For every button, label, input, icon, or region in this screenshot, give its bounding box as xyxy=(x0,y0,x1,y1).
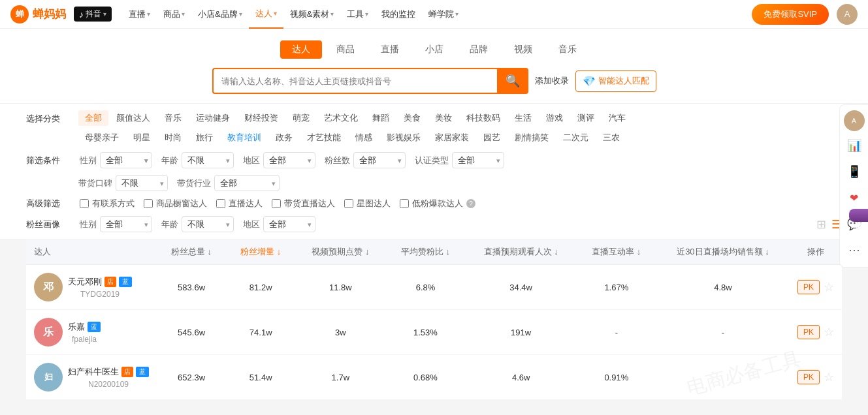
col-live-viewers[interactable]: 直播预期观看人次 ↓ xyxy=(466,239,577,265)
help-icon[interactable]: ? xyxy=(466,199,475,208)
grid-view-icon[interactable]: ⊞ xyxy=(816,217,826,232)
cat-gov[interactable]: 政务 xyxy=(269,130,299,146)
avg-ratio-cell: 1.53% xyxy=(385,310,465,355)
star-icon[interactable]: ☆ xyxy=(824,370,834,384)
portrait-region-select[interactable]: 全部 xyxy=(263,216,315,232)
checkbox-star[interactable]: 星图达人 xyxy=(344,198,391,209)
nav-item-products[interactable]: 商品▾ xyxy=(157,0,191,29)
portrait-gender-select[interactable]: 全部 xyxy=(100,216,152,232)
star-icon[interactable]: ☆ xyxy=(824,280,834,294)
influencer-name[interactable]: 天元邓刚 xyxy=(68,276,102,288)
cat-entertainment[interactable]: 影视娱乐 xyxy=(380,130,427,146)
checkbox-commerce-live[interactable]: 带货直播达人 xyxy=(272,198,335,209)
filter-region-select[interactable]: 全部 xyxy=(263,152,315,168)
cat-fitness[interactable]: 运动健身 xyxy=(189,110,236,126)
col-fans-increase[interactable]: 粉丝增量 ↓ xyxy=(226,239,295,265)
tab-music[interactable]: 音乐 xyxy=(547,40,588,59)
platform-badge[interactable]: ♪ 抖音 ▾ xyxy=(74,7,112,22)
cat-anime[interactable]: 二次元 xyxy=(556,130,595,146)
portrait-age-select[interactable]: 不限 xyxy=(182,216,234,232)
cat-parenting[interactable]: 母婴亲子 xyxy=(78,130,125,146)
cat-emotion[interactable]: 情感 xyxy=(349,130,379,146)
nav-item-store-brand[interactable]: 小店&品牌▾ xyxy=(191,0,249,29)
filter-age-wrap: 年龄 不限 ▾ xyxy=(161,152,234,168)
checkbox-showcase[interactable]: 商品橱窗达人 xyxy=(144,198,207,209)
filter-age-select[interactable]: 不限 xyxy=(182,152,234,168)
cat-fashion[interactable]: 时尚 xyxy=(158,130,188,146)
nav-item-live[interactable]: 直播▾ xyxy=(122,0,157,29)
cat-finance[interactable]: 财经投资 xyxy=(238,110,285,126)
fans-total-cell: 652.3w xyxy=(157,355,226,400)
cat-beauty[interactable]: 颜值达人 xyxy=(110,110,157,126)
col-fans-total[interactable]: 粉丝总量 ↓ xyxy=(157,239,226,265)
pk-button[interactable]: PK xyxy=(797,370,820,384)
cat-arts[interactable]: 艺术文化 xyxy=(317,110,364,126)
pk-button[interactable]: PK xyxy=(797,325,820,339)
cat-home[interactable]: 家居家装 xyxy=(428,130,475,146)
cat-all[interactable]: 全部 xyxy=(78,110,108,126)
filter-cert-select[interactable]: 全部 xyxy=(452,152,504,168)
checkbox-contact[interactable]: 有联系方式 xyxy=(80,198,135,209)
sidebar-chart-icon[interactable]: 📊 xyxy=(843,134,866,157)
tab-live[interactable]: 直播 xyxy=(369,40,411,59)
sidebar-share-icon[interactable]: ❤ xyxy=(843,186,866,209)
add-collect-button[interactable]: 添加收录 xyxy=(535,75,569,87)
nav-item-influencer[interactable]: 达人▾ xyxy=(249,0,283,29)
influencer-name[interactable]: 乐嘉 xyxy=(68,321,85,333)
cat-life[interactable]: 生活 xyxy=(508,110,538,126)
tab-store[interactable]: 小店 xyxy=(413,40,455,59)
cat-celebrity[interactable]: 明星 xyxy=(127,130,157,146)
filter-commerce-select[interactable]: 不限 xyxy=(116,175,168,191)
checkbox-live[interactable]: 直播达人 xyxy=(216,198,263,209)
pk-button[interactable]: PK xyxy=(797,280,820,294)
nav-item-tools[interactable]: 工具▾ xyxy=(340,0,375,29)
nav-item-academy[interactable]: 蝉学院▾ xyxy=(422,0,465,29)
user-avatar[interactable]: A xyxy=(837,4,858,25)
portrait-gender-label: 性别 xyxy=(80,219,97,230)
avatar[interactable]: 邓 xyxy=(34,273,63,301)
col-avg-ratio[interactable]: 平均赞粉比 ↓ xyxy=(385,239,465,265)
cat-tech[interactable]: 科技数码 xyxy=(460,110,507,126)
filter-gender-select[interactable]: 全部 xyxy=(100,152,152,168)
tab-video[interactable]: 视频 xyxy=(502,40,544,59)
cat-travel[interactable]: 旅行 xyxy=(189,130,219,146)
avatar[interactable]: 乐 xyxy=(34,318,63,346)
filter-fans-select[interactable]: 全部 xyxy=(353,152,406,168)
filter-industry-select[interactable]: 全部 xyxy=(214,175,280,191)
sidebar-more-icon[interactable]: ⋯ xyxy=(843,238,866,262)
portrait-region-label: 地区 xyxy=(243,219,260,230)
smart-match-button[interactable]: 💎 智能达人匹配 xyxy=(575,70,656,92)
cat-food[interactable]: 美食 xyxy=(397,110,427,126)
sign-in-badge[interactable]: 签到得会员 xyxy=(849,209,868,222)
sidebar-avatar[interactable]: A xyxy=(844,110,865,131)
search-input[interactable] xyxy=(212,68,497,94)
checkbox-lowfan-viral[interactable]: 低粉爆款达人 ? xyxy=(400,198,475,209)
cat-cosmetics[interactable]: 美妆 xyxy=(428,110,458,126)
sidebar-phone-icon[interactable]: 📱 xyxy=(843,160,866,183)
nav-item-monitor[interactable]: 我的监控 xyxy=(375,0,422,29)
cat-music[interactable]: 音乐 xyxy=(158,110,188,126)
vip-button[interactable]: 免费领取SVIP xyxy=(752,4,829,25)
cat-auto[interactable]: 汽车 xyxy=(602,110,632,126)
tab-influencer[interactable]: 达人 xyxy=(280,40,322,59)
cat-talent[interactable]: 才艺技能 xyxy=(300,130,347,146)
search-button[interactable]: 🔍 xyxy=(497,68,528,94)
nav-item-video[interactable]: 视频&素材▾ xyxy=(283,0,341,29)
col-live-interaction[interactable]: 直播互动率 ↓ xyxy=(577,239,656,265)
cat-pets[interactable]: 萌宠 xyxy=(286,110,316,126)
col-video-likes[interactable]: 视频预期点赞 ↓ xyxy=(295,239,385,265)
cat-garden[interactable]: 园艺 xyxy=(477,130,507,146)
cat-review[interactable]: 测评 xyxy=(571,110,601,126)
influencer-name[interactable]: 妇产科牛医生 xyxy=(68,366,119,378)
avatar[interactable]: 妇 xyxy=(34,363,63,392)
cat-dance[interactable]: 舞蹈 xyxy=(366,110,396,126)
cat-education[interactable]: 教育培训 xyxy=(221,130,268,146)
star-icon[interactable]: ☆ xyxy=(824,325,834,339)
cat-farming[interactable]: 三农 xyxy=(596,130,626,146)
tab-product[interactable]: 商品 xyxy=(325,40,366,59)
tab-brand[interactable]: 品牌 xyxy=(458,40,500,59)
cat-games[interactable]: 游戏 xyxy=(539,110,570,126)
col-sales[interactable]: 近30日直播场均销售额 ↓ xyxy=(656,239,790,265)
logo[interactable]: 蝉 蝉妈妈 xyxy=(10,5,66,23)
cat-comedy[interactable]: 剧情搞笑 xyxy=(508,130,555,146)
